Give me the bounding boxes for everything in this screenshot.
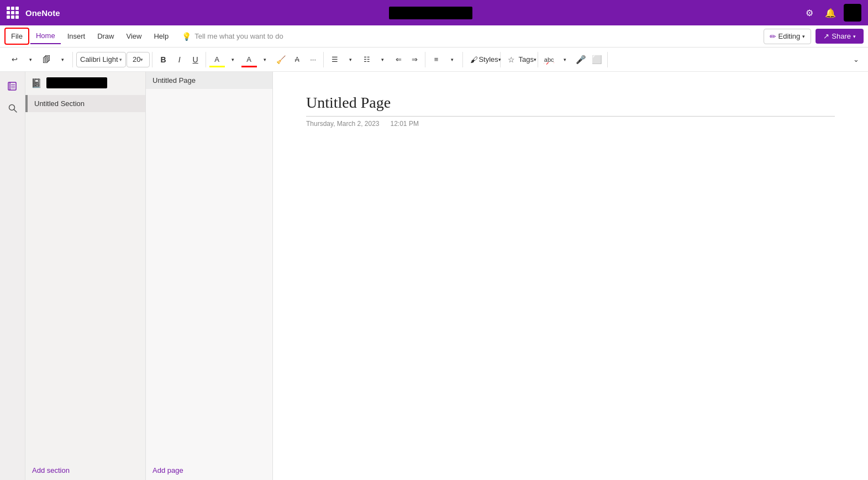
sections-header: 📓 ██████████ (25, 72, 145, 94)
menu-insert[interactable]: Insert (62, 29, 91, 44)
more-format-button[interactable]: ··· (306, 52, 321, 67)
sidebar-icons (0, 72, 25, 480)
font-size-dropdown[interactable]: 20 ▾ (127, 52, 150, 67)
font-color-dropdown-icon[interactable]: ▾ (257, 52, 273, 67)
font-size-label: 20 (133, 55, 140, 64)
tags-label: Tags (518, 55, 533, 64)
pencil-icon: ✏ (770, 32, 776, 41)
menu-file[interactable]: File (4, 28, 29, 45)
font-size-chevron-icon: ▾ (140, 57, 143, 62)
tags-star-icon[interactable]: ☆ (504, 52, 519, 67)
notebook-name-label: ██████████ (46, 77, 107, 88)
search-bar[interactable]: 💡 Tell me what you want to do (175, 29, 290, 44)
highlight-dropdown-icon[interactable]: ▾ (225, 52, 241, 67)
toolbar-expand: ⌄ (848, 52, 864, 67)
page-time: 12:01 PM (391, 120, 419, 128)
sidebar-notebooks-icon[interactable] (4, 77, 22, 95)
clear-format-button[interactable]: A (290, 52, 305, 67)
bold-button[interactable]: B (156, 52, 171, 67)
share-icon: ↗ (823, 32, 829, 40)
editing-label: Editing (778, 32, 801, 40)
styles-chevron-icon: ▾ (498, 57, 501, 62)
align-group: ≡ ▾ (427, 52, 463, 67)
tags-group: ☆ Tags ▾ (502, 52, 538, 67)
tags-chevron-icon: ▾ (534, 57, 536, 62)
insert-space-button[interactable]: ⬜ (590, 52, 605, 67)
undo-button[interactable]: ↩ (7, 52, 22, 67)
font-name-dropdown[interactable]: Calibri Light ▾ (76, 52, 126, 67)
styles-group: 🖌 Styles ▾ (464, 52, 501, 67)
styles-label: Styles (478, 55, 498, 64)
underline-button[interactable]: U (188, 52, 203, 67)
align-dropdown-icon[interactable]: ▾ (445, 52, 460, 67)
page-item-untitled[interactable]: Untitled Page (146, 72, 272, 89)
undo-dropdown-icon[interactable]: ▾ (23, 52, 38, 67)
menu-help[interactable]: Help (148, 29, 174, 44)
font-color-button[interactable]: A (241, 52, 257, 67)
page-item-label: Untitled Page (152, 76, 196, 85)
toolbar: ↩ ▾ 🗐 ▾ Calibri Light ▾ 20 ▾ B I U A ▾ A… (0, 48, 868, 72)
notebook-name-title: ████████████ (389, 7, 472, 19)
indent-decrease-button[interactable]: ⇐ (391, 52, 407, 67)
italic-button[interactable]: I (172, 52, 187, 67)
undo-group: ↩ ▾ 🗐 ▾ (4, 52, 73, 67)
menu-draw[interactable]: Draw (92, 29, 119, 44)
pages-panel: Untitled Page Add page (146, 72, 273, 480)
font-group: Calibri Light ▾ 20 ▾ (74, 52, 152, 67)
numbered-list-button[interactable]: ☷ (359, 52, 375, 67)
page-datetime: Thursday, March 2, 2023 12:01 PM (306, 120, 835, 128)
add-section-button[interactable]: Add section (25, 461, 145, 480)
avatar[interactable] (844, 4, 861, 22)
search-placeholder: Tell me what you want to do (194, 32, 283, 40)
clipboard-button[interactable]: 🗐 (39, 52, 54, 67)
toolbar-expand-button[interactable]: ⌄ (848, 52, 864, 67)
indent-increase-button[interactable]: ⇒ (407, 52, 423, 67)
menu-bar-right: ✏ Editing ▾ ↗ Share ▾ (764, 29, 864, 44)
add-page-button[interactable]: Add page (146, 461, 272, 480)
highlight-button[interactable]: A (209, 52, 225, 67)
spell-dropdown-icon[interactable]: ▾ (557, 52, 573, 67)
share-label: Share (832, 32, 851, 40)
share-chevron-icon: ▾ (853, 34, 856, 39)
numbered-dropdown-icon[interactable]: ▾ (375, 52, 391, 67)
title-bar-center: ████████████ (67, 7, 795, 19)
text-format-group: B I U (154, 52, 206, 67)
dictate-button[interactable]: 🎤 (574, 52, 589, 67)
apps-grid-icon[interactable] (7, 7, 19, 19)
spell-group: abc ▾ 🎤 ⬜ (539, 52, 608, 67)
title-bar: OneNote ████████████ ⚙ 🔔 (0, 0, 868, 25)
font-name-chevron-icon: ▾ (119, 57, 122, 62)
menu-bar: File Home Insert Draw View Help 💡 Tell m… (0, 25, 868, 48)
font-name-label: Calibri Light (80, 55, 118, 64)
styles-dropdown[interactable]: Styles ▾ (482, 52, 498, 67)
svg-line-6 (14, 109, 17, 112)
notebook-book-icon: 📓 (31, 78, 42, 88)
eraser-button[interactable]: 🧹 (273, 52, 289, 67)
app-name: OneNote (25, 8, 60, 18)
page-date: Thursday, March 2, 2023 (306, 120, 380, 128)
page-title[interactable]: Untitled Page (306, 94, 835, 112)
menu-view[interactable]: View (121, 29, 148, 44)
notifications-icon[interactable]: 🔔 (823, 5, 838, 20)
color-group: A ▾ A ▾ 🧹 A ··· (207, 52, 324, 67)
section-item-untitled[interactable]: Untitled Section (25, 95, 145, 112)
align-button[interactable]: ≡ (429, 52, 444, 67)
settings-icon[interactable]: ⚙ (802, 5, 817, 20)
spell-button[interactable]: abc (541, 52, 557, 67)
share-button[interactable]: ↗ Share ▾ (816, 29, 864, 44)
main-area: 📓 ██████████ Untitled Section Add sectio… (0, 72, 868, 480)
note-canvas[interactable]: Untitled Page Thursday, March 2, 2023 12… (273, 72, 868, 480)
title-bar-right: ⚙ 🔔 (802, 4, 861, 22)
page-title-area: Untitled Page (306, 94, 835, 117)
sidebar-search-icon[interactable] (4, 99, 22, 117)
tags-dropdown[interactable]: Tags ▾ (520, 52, 535, 67)
bullet-dropdown-icon[interactable]: ▾ (343, 52, 359, 67)
sections-panel: 📓 ██████████ Untitled Section Add sectio… (25, 72, 146, 480)
editing-button[interactable]: ✏ Editing ▾ (764, 29, 812, 44)
lists-group: ☰ ▾ ☷ ▾ ⇐ ⇒ (325, 52, 425, 67)
menu-home[interactable]: Home (30, 28, 61, 44)
clipboard-dropdown-icon[interactable]: ▾ (55, 52, 70, 67)
chevron-down-icon: ▾ (802, 34, 805, 39)
bullet-list-button[interactable]: ☰ (327, 52, 343, 67)
section-name-label: Untitled Section (34, 99, 85, 108)
